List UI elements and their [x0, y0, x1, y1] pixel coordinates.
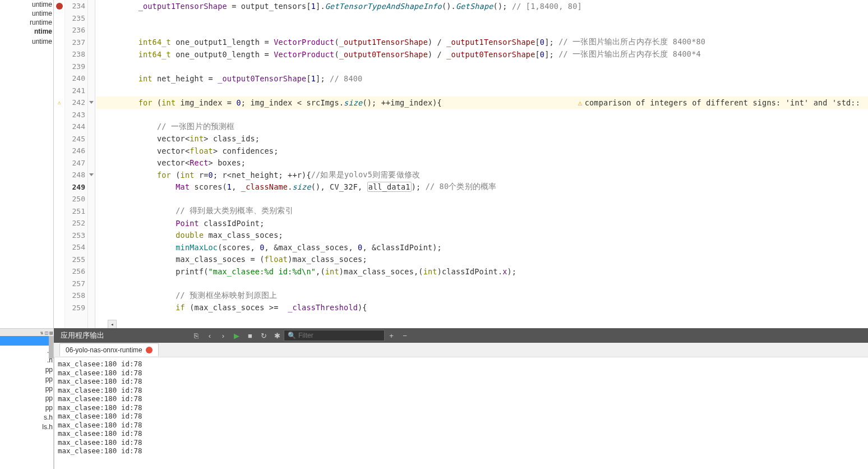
next-icon[interactable]: › — [217, 329, 229, 342]
code-line[interactable] — [96, 193, 868, 205]
horizontal-scrollbar[interactable]: ◂ — [108, 319, 868, 328]
marker-slot[interactable] — [54, 241, 64, 254]
line-number[interactable]: 250 — [65, 193, 87, 205]
open-doc-item[interactable]: s.h — [0, 412, 53, 422]
marker-slot[interactable] — [54, 145, 64, 157]
restart-icon[interactable]: ↻ — [257, 329, 270, 342]
code-line[interactable]: int64_t one_output1_length = VectorProdu… — [96, 36, 868, 49]
prev-icon[interactable]: ‹ — [204, 329, 216, 342]
line-number[interactable]: 242 — [65, 96, 87, 109]
remove-tab-icon[interactable]: − — [399, 329, 411, 342]
marker-slot[interactable] — [54, 85, 64, 97]
code-line[interactable]: Point classIdPoint; — [96, 217, 868, 229]
output-console[interactable]: max_clasee:180 id:78max_clasee:180 id:78… — [54, 357, 868, 469]
project-tree[interactable]: untimeuntimeruntimentimeuntime — [0, 0, 54, 328]
sync-icon[interactable]: ⇅ — [40, 330, 43, 335]
marker-slot[interactable] — [54, 61, 64, 73]
code-line[interactable]: // 预测框坐标映射到原图上 — [96, 289, 868, 302]
tree-item[interactable]: untime — [0, 0, 53, 9]
marker-slot[interactable] — [54, 72, 64, 85]
tree-item[interactable]: runtime — [0, 18, 53, 27]
line-number[interactable]: 238 — [65, 48, 87, 61]
warning-icon[interactable]: ⚠ — [54, 96, 64, 109]
marker-slot[interactable] — [54, 254, 64, 266]
code-line[interactable]: vector<int> class_ids; — [96, 133, 868, 145]
open-doc-item[interactable]: pp — [0, 393, 53, 403]
line-number[interactable]: 239 — [65, 61, 87, 73]
line-number[interactable]: 235 — [65, 12, 87, 25]
locate-icon[interactable]: ⎘ — [190, 329, 202, 342]
line-number[interactable]: 243 — [65, 109, 87, 121]
line-number[interactable]: 252 — [65, 217, 87, 229]
marker-slot[interactable] — [54, 169, 64, 181]
code-line[interactable]: for (int img_index = 0; img_index < srcI… — [96, 96, 868, 109]
code-line[interactable]: Mat scores(1, _className.size(), CV_32F,… — [96, 181, 868, 194]
output-tab[interactable]: 06-yolo-nas-onnx-runtime — [59, 343, 159, 356]
line-number[interactable]: 249 — [65, 181, 87, 194]
code-line[interactable]: // 一张图片的预测框 — [96, 121, 868, 133]
open-doc-item[interactable]: pp — [0, 384, 53, 393]
tree-item[interactable]: untime — [0, 37, 53, 46]
fold-toggle[interactable] — [88, 96, 95, 109]
marker-slot[interactable] — [54, 121, 64, 133]
line-number[interactable]: 240 — [65, 72, 87, 85]
line-number[interactable]: 246 — [65, 145, 87, 157]
code-line[interactable] — [96, 24, 868, 36]
line-number[interactable]: 253 — [65, 229, 87, 242]
open-doc-item[interactable]: pp — [0, 365, 53, 374]
breakpoint-icon[interactable] — [54, 0, 64, 12]
marker-slot[interactable] — [54, 133, 64, 145]
code-line[interactable]: printf("max_clasee:%d id:%d\n",(int)max_… — [96, 265, 868, 278]
code-line[interactable] — [96, 61, 868, 73]
code-line[interactable]: double max_class_soces; — [96, 229, 868, 242]
line-number[interactable]: 248 — [65, 169, 87, 181]
line-number[interactable]: 247 — [65, 157, 87, 169]
line-number[interactable]: 256 — [65, 265, 87, 278]
open-doc-item[interactable]: pp — [0, 374, 53, 384]
code-line[interactable]: vector<float> confidences; — [96, 145, 868, 157]
filter-icon[interactable]: ▤ — [50, 330, 53, 335]
line-number[interactable]: 245 — [65, 133, 87, 145]
close-tab-icon[interactable] — [146, 347, 153, 353]
line-number[interactable]: 258 — [65, 289, 87, 302]
line-number[interactable]: 244 — [65, 121, 87, 133]
stop-icon[interactable]: ■ — [244, 329, 256, 342]
filter-input[interactable] — [298, 332, 382, 339]
line-number[interactable]: 237 — [65, 36, 87, 49]
split-icon[interactable]: ◫ — [45, 330, 48, 335]
line-number[interactable]: 254 — [65, 241, 87, 254]
marker-slot[interactable] — [54, 265, 64, 278]
open-doc-item[interactable]: pp — [0, 403, 53, 412]
code-line[interactable]: minMaxLoc(scores, 0, &max_class_soces, 0… — [96, 241, 868, 254]
add-tab-icon[interactable]: + — [385, 329, 398, 342]
marker-slot[interactable] — [54, 289, 64, 302]
marker-slot[interactable] — [54, 278, 64, 290]
tree-item[interactable]: ntime — [0, 27, 53, 36]
line-number[interactable]: 234 — [65, 0, 87, 12]
open-doc-item[interactable]: ls.h — [0, 422, 53, 431]
marker-gutter[interactable]: ⚠ — [54, 0, 65, 328]
marker-slot[interactable] — [54, 109, 64, 121]
filter-box[interactable]: 🔍 — [284, 330, 385, 341]
open-doc-item[interactable]: .h — [0, 346, 53, 355]
marker-slot[interactable] — [54, 12, 64, 25]
code-line[interactable]: _output1TensorShape = output_tensors[1].… — [96, 0, 868, 12]
line-number-gutter[interactable]: 2342352362372382392402412422432442452462… — [65, 0, 87, 328]
scroll-left-button[interactable]: ◂ — [108, 320, 117, 329]
code-line[interactable]: int net_height = _output0TensorShape[1];… — [96, 72, 868, 85]
open-documents-list[interactable]: p.h.hpppppppppps.hls.h — [0, 336, 54, 469]
code-line[interactable] — [96, 85, 868, 97]
tree-item[interactable]: untime — [0, 9, 53, 18]
marker-slot[interactable] — [54, 229, 64, 242]
marker-slot[interactable] — [54, 157, 64, 169]
fold-toggle[interactable] — [88, 169, 95, 181]
code-line[interactable]: if (max_class_soces >= _classThreshold){ — [96, 302, 868, 314]
code-line[interactable]: for (int r=0; r<net_height; ++r){//如果是yo… — [96, 169, 868, 181]
marker-slot[interactable] — [54, 181, 64, 194]
code-area[interactable]: _output1TensorShape = output_tensors[1].… — [95, 0, 868, 328]
code-line[interactable] — [96, 12, 868, 25]
line-number[interactable]: 259 — [65, 302, 87, 314]
code-line[interactable]: int64_t one_output0_length = VectorProdu… — [96, 48, 868, 61]
marker-slot[interactable] — [54, 217, 64, 229]
code-line[interactable] — [96, 109, 868, 121]
